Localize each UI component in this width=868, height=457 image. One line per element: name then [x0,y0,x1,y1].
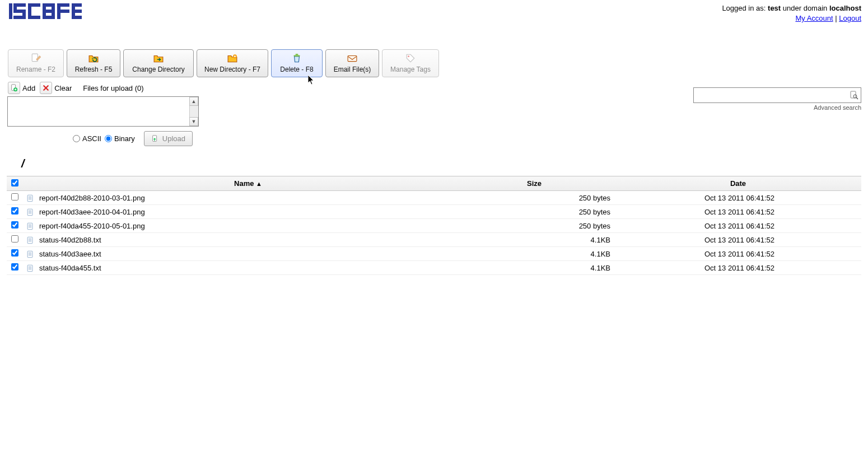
svg-rect-31 [57,3,69,7]
delete-button[interactable]: Delete - F8 [271,49,323,77]
table-row[interactable]: report-f40da455-2010-05-01.png250 bytesO… [7,219,861,233]
search-box [693,87,861,103]
file-name[interactable]: report-f40da455-2010-05-01.png [38,219,458,233]
table-row[interactable]: report-f40d3aee-2010-04-01.png250 bytesO… [7,205,861,219]
svg-rect-38 [72,7,75,10]
binary-radio-label[interactable]: Binary [105,134,135,143]
rename-label: Rename - F2 [16,66,55,73]
login-user: test [768,4,781,12]
files-for-upload-count: Files for upload (0) [83,84,143,92]
advanced-search-link[interactable]: Advanced search [814,104,861,111]
file-date: Oct 13 2011 06:41:52 [615,261,861,275]
trash-icon [292,53,302,63]
upload-btn-label: Upload [162,134,185,143]
my-account-link[interactable]: My Account [795,14,833,22]
logout-link[interactable]: Logout [839,14,861,22]
file-date: Oct 13 2011 06:41:52 [615,233,861,247]
svg-rect-27 [43,7,46,10]
current-path: / [0,146,868,172]
table-row[interactable]: status-f40da455.txt4.1KBOct 13 2011 06:4… [7,261,861,275]
svg-rect-33 [57,7,60,10]
column-header-size[interactable]: Size [458,176,615,191]
file-text-icon [26,264,34,272]
tag-icon [405,53,416,63]
refresh-button[interactable]: Refresh - F5 [67,49,120,77]
login-middle: under domain [781,4,829,12]
search-button[interactable] [847,91,861,100]
file-image-icon [26,194,34,202]
file-text-icon [26,236,34,244]
row-checkbox[interactable] [11,193,18,200]
table-row[interactable]: status-f40d3aee.txt4.1KBOct 13 2011 06:4… [7,247,861,261]
rename-button[interactable]: Rename - F2 [8,49,64,77]
refresh-label: Refresh - F5 [75,66,113,73]
binary-radio[interactable] [105,135,112,142]
svg-rect-22 [28,16,40,19]
ascii-text: ASCII [82,134,101,143]
svg-rect-16 [13,3,26,7]
upload-button[interactable]: Upload [144,131,193,146]
folder-new-icon [227,53,237,63]
row-checkbox[interactable] [11,207,18,214]
row-checkbox[interactable] [11,235,18,243]
svg-rect-35 [72,3,82,7]
svg-rect-29 [43,12,46,16]
file-size: 250 bytes [458,219,615,233]
envelope-icon [347,53,357,63]
link-separator: | [833,14,839,22]
change-dir-label: Change Directory [132,66,184,73]
upload-queue-area[interactable]: ▲ ▼ [7,96,199,127]
search-input[interactable] [694,89,847,102]
file-image-icon [26,208,34,216]
email-files-button[interactable]: Email File(s) [325,49,379,77]
file-name[interactable]: status-f40d3aee.txt [38,247,458,261]
file-name[interactable]: status-f40da455.txt [38,261,458,275]
row-checkbox[interactable] [11,263,18,271]
column-header-name[interactable]: Name ▲ [38,176,458,191]
file-name[interactable]: status-f40d2b88.txt [38,233,458,247]
file-size: 4.1KB [458,247,615,261]
file-text-icon [26,250,34,258]
table-row[interactable]: report-f40d2b88-2010-03-01.png250 bytesO… [7,191,861,205]
svg-rect-28 [52,7,55,10]
folder-refresh-icon [88,53,99,63]
table-row[interactable]: status-f40d2b88.txt4.1KBOct 13 2011 06:4… [7,233,861,247]
tags-label: Manage Tags [390,66,431,73]
upload-icon [151,135,159,143]
ascii-radio[interactable] [73,135,80,142]
svg-rect-30 [52,12,55,16]
logo [9,3,82,19]
file-table: Name ▲ Size Date report-f40d2b88-2010-03… [7,176,861,275]
file-name[interactable]: report-f40d2b88-2010-03-01.png [38,191,458,205]
column-header-date[interactable]: Date [615,176,861,191]
manage-tags-button[interactable]: Manage Tags [382,49,439,77]
file-search-icon [850,91,858,100]
file-size: 4.1KB [458,261,615,275]
row-checkbox[interactable] [11,221,18,228]
ascii-radio-label[interactable]: ASCII [73,134,101,143]
file-size: 4.1KB [458,233,615,247]
new-dir-label: New Directory - F7 [204,66,260,73]
add-file-button[interactable] [8,82,20,94]
svg-rect-37 [72,16,82,19]
scrollbar[interactable]: ▲ ▼ [189,97,198,126]
new-directory-button[interactable]: New Directory - F7 [197,49,268,77]
clear-button[interactable] [40,82,52,94]
file-size: 250 bytes [458,191,615,205]
file-date: Oct 13 2011 06:41:52 [615,247,861,261]
file-date: Oct 13 2011 06:41:52 [615,205,861,219]
svg-rect-15 [9,3,12,19]
folder-go-icon [153,53,164,63]
add-label: Add [22,84,35,92]
select-all-checkbox[interactable] [11,179,18,186]
svg-rect-39 [72,12,75,16]
change-directory-button[interactable]: Change Directory [123,49,194,77]
login-info: Logged in as: test under domain localhos… [722,3,861,24]
scroll-down-button[interactable]: ▼ [189,117,198,126]
file-name[interactable]: report-f40d3aee-2010-04-01.png [38,205,458,219]
login-prefix: Logged in as: [722,4,768,12]
svg-rect-18 [13,16,26,19]
file-edit-icon [31,53,41,63]
scroll-up-button[interactable]: ▲ [189,97,198,106]
row-checkbox[interactable] [11,249,18,257]
